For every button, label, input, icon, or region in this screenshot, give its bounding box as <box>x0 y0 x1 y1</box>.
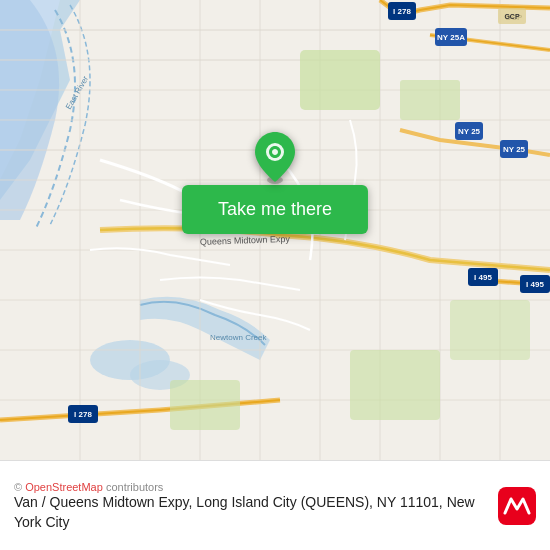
take-me-there-button[interactable]: Take me there <box>182 185 368 234</box>
svg-text:I 278: I 278 <box>74 410 92 419</box>
svg-rect-28 <box>450 300 530 360</box>
svg-text:I 278: I 278 <box>393 7 411 16</box>
address-line: Van / Queens Midtown Expy, Long Island C… <box>14 493 498 532</box>
moovit-logo[interactable] <box>498 487 536 525</box>
svg-text:I 495: I 495 <box>474 273 492 282</box>
map-container[interactable]: I 278 NY 25A NY 25 NY 25 I 495 I 495 I 2… <box>0 0 550 460</box>
svg-text:I 495: I 495 <box>526 280 544 289</box>
svg-text:GCP: GCP <box>504 13 520 20</box>
svg-text:NY 25: NY 25 <box>503 145 526 154</box>
moovit-icon <box>498 487 536 525</box>
info-bar: © OpenStreetMap contributors Van / Queen… <box>0 460 550 550</box>
copyright-line: © OpenStreetMap contributors <box>14 481 498 493</box>
info-text: © OpenStreetMap contributors Van / Queen… <box>14 479 498 532</box>
map-pin <box>253 130 297 189</box>
copyright-symbol: © <box>14 481 22 493</box>
svg-text:NY 25: NY 25 <box>458 127 481 136</box>
svg-point-50 <box>266 143 284 161</box>
svg-rect-24 <box>300 50 380 110</box>
svg-text:NY 25A: NY 25A <box>437 33 465 42</box>
svg-text:Newtown Creek: Newtown Creek <box>210 333 267 342</box>
contributors-text: contributors <box>106 481 163 493</box>
svg-rect-26 <box>170 380 240 430</box>
openstreetmap-link[interactable]: OpenStreetMap <box>25 481 103 493</box>
svg-rect-25 <box>400 80 460 120</box>
svg-rect-27 <box>350 350 440 420</box>
